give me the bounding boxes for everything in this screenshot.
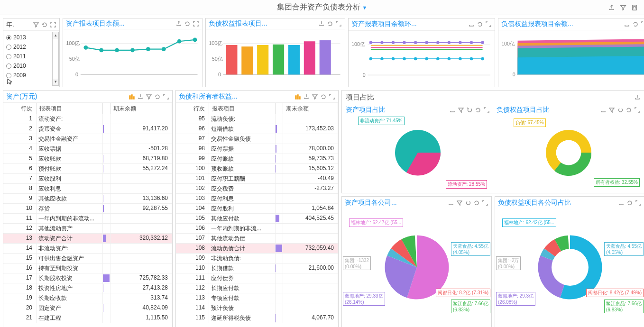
expand-icon[interactable] — [485, 21, 492, 27]
radio-icon[interactable] — [6, 54, 11, 59]
export-icon[interactable] — [608, 4, 616, 11]
refresh-icon[interactable] — [184, 20, 191, 27]
table-row[interactable]: 17长期股权投资725,782.33 — [3, 273, 172, 283]
table-row[interactable]: 110长期借款21,600.00 — [176, 263, 338, 273]
calculator-icon[interactable] — [631, 4, 638, 11]
table-row[interactable]: 12其他流动资产 — [3, 224, 172, 234]
table-row[interactable]: 98应付票据78,000.00 — [176, 144, 338, 154]
table-row[interactable]: 103应付利息 — [176, 194, 338, 204]
expand-icon[interactable] — [483, 107, 490, 113]
table-row[interactable]: 105其他应付款404,525.45 — [176, 214, 338, 224]
table-row[interactable]: 104应付股利1,054.84 — [176, 204, 338, 214]
filter-icon[interactable] — [456, 200, 463, 206]
radio-icon[interactable] — [6, 35, 11, 40]
filter-icon[interactable] — [33, 21, 39, 28]
refresh-icon[interactable] — [320, 93, 327, 100]
table-row[interactable]: 13流动资产合计320,332.12 — [3, 234, 172, 244]
table-row[interactable]: 101应付职工薪酬-40.49 — [176, 174, 338, 184]
table-row[interactable]: 99应付账款59,735.73 — [176, 154, 338, 164]
export-icon[interactable] — [448, 200, 454, 206]
radio-icon[interactable] — [6, 64, 11, 69]
export-icon[interactable] — [303, 93, 310, 100]
table-body[interactable]: 1流动资产:2货币资金91,417.203交易性金融资产4应收票据-501.28… — [3, 114, 172, 327]
table-row[interactable]: 18投资性房地产27,413.28 — [3, 283, 172, 293]
table-row[interactable]: 109非流动负债: — [176, 254, 338, 263]
radio-icon[interactable] — [6, 73, 11, 78]
table-row[interactable]: 5应收账款68,719.80 — [3, 154, 172, 164]
table-row[interactable]: 6预付账款55,272.24 — [3, 164, 172, 174]
table-row[interactable]: 4应收票据-501.28 — [3, 144, 172, 154]
export-icon[interactable] — [634, 94, 641, 100]
table-row[interactable]: 106一年内到期的非流... — [176, 224, 338, 234]
export-icon[interactable] — [137, 93, 144, 100]
expand-icon[interactable] — [329, 93, 335, 100]
undo-icon[interactable] — [617, 107, 624, 113]
table-row[interactable]: 7应收股利 — [3, 174, 172, 184]
table-row[interactable]: 96短期借款173,452.03 — [176, 124, 338, 134]
table-row[interactable]: 10存货92,287.55 — [3, 204, 172, 214]
column-chooser-icon[interactable] — [294, 93, 301, 100]
table-row[interactable]: 9其他应收款13,136.60 — [3, 194, 172, 204]
expand-icon[interactable] — [50, 21, 56, 28]
year-option[interactable]: 2010 — [4, 61, 58, 71]
export-icon[interactable] — [600, 107, 607, 113]
refresh-icon[interactable] — [154, 93, 161, 100]
expand-icon[interactable] — [482, 200, 488, 206]
table-row[interactable]: 11一年内到期的非流动... — [3, 214, 172, 224]
export-icon[interactable] — [449, 107, 456, 113]
table-row[interactable]: 95流动负债: — [176, 114, 338, 124]
table-row[interactable]: 107其他流动负债 — [176, 234, 338, 244]
table-row[interactable]: 21在建工程1,115.50 — [3, 313, 172, 323]
scroll-up-icon[interactable]: ▴ — [53, 32, 58, 39]
expand-icon[interactable] — [163, 93, 169, 100]
table-row[interactable]: 3交易性金融资产 — [3, 134, 172, 144]
filter-icon[interactable] — [458, 107, 464, 113]
refresh-icon[interactable] — [41, 21, 48, 28]
table-row[interactable]: 113专项应付款 — [176, 293, 338, 303]
table-row[interactable]: 102应交税费-273.27 — [176, 184, 338, 194]
refresh-icon[interactable] — [632, 21, 639, 27]
table-row[interactable]: 108流动负债合计732,059.40 — [176, 244, 338, 254]
export-icon[interactable] — [468, 21, 475, 27]
export-icon[interactable] — [624, 21, 630, 27]
filter-clear-icon[interactable] — [619, 4, 627, 11]
export-icon[interactable] — [618, 200, 625, 206]
table-row[interactable]: 16持有至到期投资 — [3, 263, 172, 273]
table-row[interactable]: 1流动资产: — [3, 114, 172, 124]
table-row[interactable]: 8应收利息 — [3, 184, 172, 194]
filter-icon[interactable]: ▼ — [362, 5, 368, 10]
export-icon[interactable] — [318, 20, 325, 27]
export-icon[interactable] — [175, 20, 182, 27]
table-row[interactable]: 114预计负债 — [176, 303, 338, 313]
filter-icon[interactable] — [146, 93, 152, 100]
column-chooser-icon[interactable] — [129, 93, 135, 100]
table-row[interactable]: 14非流动资产: — [3, 244, 172, 254]
refresh-icon[interactable] — [327, 20, 333, 27]
refresh-icon[interactable] — [475, 107, 481, 113]
radio-icon[interactable] — [6, 45, 11, 50]
year-option[interactable]: 2009 — [4, 71, 58, 80]
expand-icon[interactable] — [641, 21, 644, 27]
table-row[interactable]: 97交易性金融负债 — [176, 134, 338, 144]
expand-icon[interactable] — [335, 20, 342, 27]
year-option[interactable]: 2013 — [4, 33, 58, 42]
table-row[interactable]: 112长期应付款 — [176, 283, 338, 293]
table-row[interactable]: 20固定资产40,824.09 — [3, 303, 172, 313]
table-row[interactable]: 19长期应收款313.74 — [3, 293, 172, 303]
refresh-icon[interactable] — [626, 200, 633, 206]
undo-icon[interactable] — [465, 200, 471, 206]
undo-icon[interactable] — [466, 107, 473, 113]
table-row[interactable]: 111应付债券 — [176, 273, 338, 283]
expand-icon[interactable] — [634, 107, 641, 113]
filter-icon[interactable] — [608, 107, 615, 113]
scroll-down-icon[interactable]: ▾ — [53, 79, 58, 85]
expand-icon[interactable] — [635, 200, 642, 206]
table-row[interactable]: 2货币资金91,417.20 — [3, 124, 172, 134]
table-row[interactable]: 100预收账款15,605.12 — [176, 164, 338, 174]
year-option[interactable]: 2011 — [4, 52, 58, 61]
filter-icon[interactable] — [312, 93, 318, 100]
expand-icon[interactable] — [193, 20, 199, 27]
refresh-icon[interactable] — [477, 21, 483, 27]
refresh-icon[interactable] — [473, 200, 480, 206]
table-body[interactable]: 95流动负债:96短期借款173,452.0397交易性金融负债98应付票据78… — [176, 114, 338, 327]
